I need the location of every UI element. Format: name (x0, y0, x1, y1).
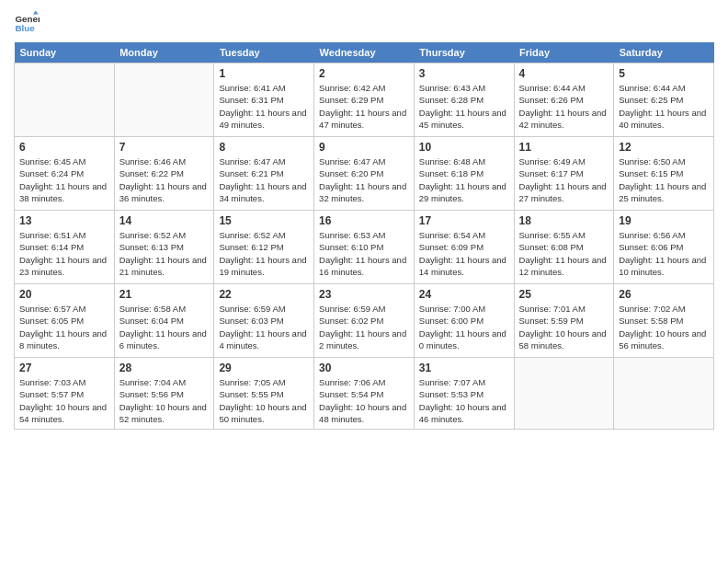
cell-text: Sunset: 6:03 PM (219, 315, 309, 327)
cell-text: Daylight: 10 hours and 54 minutes. (19, 401, 109, 426)
day-number: 13 (19, 214, 109, 227)
cell-text: Daylight: 11 hours and 38 minutes. (19, 180, 109, 205)
calendar-cell: 7Sunrise: 6:46 AMSunset: 6:22 PMDaylight… (114, 137, 214, 211)
cell-text: Sunset: 5:59 PM (519, 315, 609, 327)
cell-text: Sunrise: 6:52 AM (119, 229, 210, 241)
cell-text: Sunset: 5:56 PM (119, 388, 210, 400)
cell-text: Daylight: 11 hours and 16 minutes. (319, 254, 409, 279)
day-header-saturday: Saturday (614, 42, 714, 63)
cell-text: Sunset: 6:21 PM (219, 167, 309, 179)
calendar-cell: 27Sunrise: 7:03 AMSunset: 5:57 PMDayligh… (15, 358, 115, 430)
day-number: 16 (319, 214, 409, 227)
calendar-cell: 22Sunrise: 6:59 AMSunset: 6:03 PMDayligh… (214, 284, 314, 358)
cell-text: Sunrise: 6:59 AM (319, 303, 409, 315)
cell-text: Sunrise: 6:56 AM (619, 229, 709, 241)
cell-text: Daylight: 11 hours and 32 minutes. (319, 180, 409, 205)
day-number: 15 (219, 214, 309, 227)
week-row-2: 6Sunrise: 6:45 AMSunset: 6:24 PMDaylight… (15, 137, 714, 211)
header-row: SundayMondayTuesdayWednesdayThursdayFrid… (15, 42, 714, 63)
cell-text: Daylight: 10 hours and 58 minutes. (519, 327, 609, 352)
calendar-cell: 21Sunrise: 6:58 AMSunset: 6:04 PMDayligh… (114, 284, 214, 358)
day-number: 7 (119, 141, 210, 154)
calendar-cell: 30Sunrise: 7:06 AMSunset: 5:54 PMDayligh… (314, 358, 415, 430)
cell-text: Sunset: 5:53 PM (419, 388, 509, 400)
cell-text: Sunrise: 6:54 AM (419, 229, 509, 241)
cell-text: Sunrise: 6:44 AM (519, 82, 609, 94)
day-number: 14 (119, 214, 210, 227)
cell-text: Sunset: 6:12 PM (219, 241, 309, 253)
cell-text: Daylight: 11 hours and 47 minutes. (319, 107, 409, 132)
day-number: 30 (319, 362, 409, 374)
cell-text: Sunset: 6:29 PM (319, 94, 409, 106)
day-number: 18 (519, 214, 609, 227)
cell-text: Daylight: 11 hours and 2 minutes. (319, 327, 409, 352)
cell-text: Daylight: 11 hours and 8 minutes. (19, 327, 109, 352)
calendar-cell: 31Sunrise: 7:07 AMSunset: 5:53 PMDayligh… (414, 358, 514, 430)
cell-text: Daylight: 11 hours and 4 minutes. (219, 327, 309, 352)
calendar-table: SundayMondayTuesdayWednesdayThursdayFrid… (14, 42, 714, 430)
week-row-5: 27Sunrise: 7:03 AMSunset: 5:57 PMDayligh… (15, 358, 714, 430)
cell-text: Sunset: 6:08 PM (519, 241, 609, 253)
calendar-cell: 19Sunrise: 6:56 AMSunset: 6:06 PMDayligh… (614, 211, 714, 284)
calendar-cell: 3Sunrise: 6:43 AMSunset: 6:28 PMDaylight… (414, 63, 514, 137)
cell-text: Sunset: 6:10 PM (319, 241, 409, 253)
cell-text: Sunset: 5:54 PM (319, 388, 409, 400)
cell-text: Daylight: 11 hours and 49 minutes. (219, 107, 309, 132)
calendar-cell: 25Sunrise: 7:01 AMSunset: 5:59 PMDayligh… (514, 284, 614, 358)
day-number: 21 (119, 288, 210, 301)
calendar-cell (514, 358, 614, 430)
cell-text: Daylight: 11 hours and 10 minutes. (619, 254, 709, 279)
cell-text: Sunset: 6:17 PM (519, 167, 609, 179)
day-number: 11 (519, 141, 609, 154)
calendar-cell: 2Sunrise: 6:42 AMSunset: 6:29 PMDaylight… (314, 63, 415, 137)
cell-text: Sunrise: 6:47 AM (219, 155, 309, 167)
week-row-1: 1Sunrise: 6:41 AMSunset: 6:31 PMDaylight… (15, 63, 714, 137)
day-header-tuesday: Tuesday (214, 42, 314, 63)
svg-marker-2 (33, 10, 39, 14)
cell-text: Sunrise: 6:53 AM (319, 229, 409, 241)
cell-text: Sunset: 6:25 PM (619, 94, 709, 106)
day-header-friday: Friday (514, 42, 614, 63)
calendar-cell: 12Sunrise: 6:50 AMSunset: 6:15 PMDayligh… (614, 137, 714, 211)
calendar-cell: 24Sunrise: 7:00 AMSunset: 6:00 PMDayligh… (414, 284, 514, 358)
calendar-cell (114, 63, 214, 137)
day-number: 4 (519, 67, 609, 80)
cell-text: Sunrise: 6:48 AM (419, 155, 509, 167)
calendar-cell: 9Sunrise: 6:47 AMSunset: 6:20 PMDaylight… (314, 137, 415, 211)
day-number: 5 (619, 67, 709, 80)
cell-text: Sunset: 6:15 PM (619, 167, 709, 179)
logo: General Blue (14, 9, 43, 35)
cell-text: Sunrise: 6:50 AM (619, 155, 709, 167)
cell-text: Daylight: 10 hours and 46 minutes. (419, 401, 509, 426)
day-number: 1 (219, 67, 309, 80)
day-header-sunday: Sunday (15, 42, 115, 63)
cell-text: Daylight: 11 hours and 29 minutes. (419, 180, 509, 205)
day-number: 6 (19, 141, 109, 154)
calendar-cell: 1Sunrise: 6:41 AMSunset: 6:31 PMDaylight… (214, 63, 314, 137)
cell-text: Sunrise: 7:03 AM (19, 376, 109, 388)
calendar-cell: 5Sunrise: 6:44 AMSunset: 6:25 PMDaylight… (614, 63, 714, 137)
day-number: 8 (219, 141, 309, 154)
calendar-cell: 23Sunrise: 6:59 AMSunset: 6:02 PMDayligh… (314, 284, 415, 358)
calendar-cell: 8Sunrise: 6:47 AMSunset: 6:21 PMDaylight… (214, 137, 314, 211)
cell-text: Daylight: 10 hours and 48 minutes. (319, 401, 409, 426)
day-number: 23 (319, 288, 409, 301)
cell-text: Sunrise: 6:42 AM (319, 82, 409, 94)
day-header-monday: Monday (114, 42, 214, 63)
cell-text: Sunrise: 7:02 AM (619, 303, 709, 315)
svg-text:Blue: Blue (15, 23, 35, 33)
cell-text: Sunrise: 6:59 AM (219, 303, 309, 315)
day-number: 24 (419, 288, 509, 301)
cell-text: Daylight: 11 hours and 6 minutes. (119, 327, 210, 352)
cell-text: Sunrise: 6:44 AM (619, 82, 709, 94)
calendar-cell: 15Sunrise: 6:52 AMSunset: 6:12 PMDayligh… (214, 211, 314, 284)
calendar-cell: 4Sunrise: 6:44 AMSunset: 6:26 PMDaylight… (514, 63, 614, 137)
cell-text: Daylight: 11 hours and 27 minutes. (519, 180, 609, 205)
cell-text: Sunset: 6:24 PM (19, 167, 109, 179)
calendar-cell: 11Sunrise: 6:49 AMSunset: 6:17 PMDayligh… (514, 137, 614, 211)
cell-text: Sunrise: 7:04 AM (119, 376, 210, 388)
cell-text: Daylight: 10 hours and 52 minutes. (119, 401, 210, 426)
cell-text: Sunrise: 6:43 AM (419, 82, 509, 94)
week-row-4: 20Sunrise: 6:57 AMSunset: 6:05 PMDayligh… (15, 284, 714, 358)
cell-text: Sunset: 6:06 PM (619, 241, 709, 253)
